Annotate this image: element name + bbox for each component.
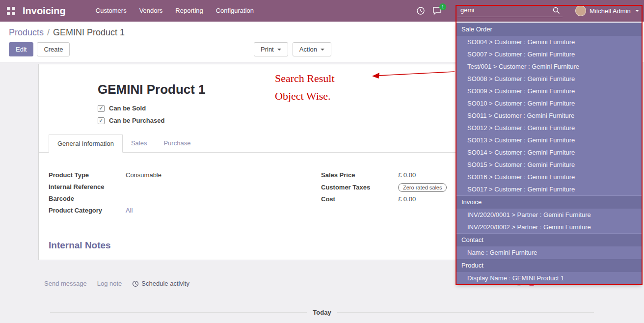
schedule-activity-label: Schedule activity: [141, 280, 189, 287]
search-result-item[interactable]: SO008 > Customer : Gemini Furniture: [456, 73, 642, 85]
create-button[interactable]: Create: [37, 42, 70, 56]
action-button-label: Action: [299, 46, 317, 53]
avatar: [575, 5, 586, 16]
search-result-item[interactable]: Display Name : GEMINI Product 1: [456, 272, 642, 284]
today-divider: Today: [44, 309, 600, 316]
group-product: Product Display Name : GEMINI Product 1: [456, 259, 642, 284]
divider-line: [337, 312, 594, 313]
divider-line: [50, 312, 307, 313]
field-label: Cost: [321, 195, 398, 203]
field-value: £ 0.00: [398, 195, 416, 203]
search-result-item[interactable]: INV/2020/0002 > Partner : Gemini Furnitu…: [456, 221, 642, 233]
search-result-item[interactable]: SO013 > Customer : Gemini Furniture: [456, 134, 642, 146]
send-message-button[interactable]: Send message: [44, 280, 87, 287]
group-sale-order: Sale Order SO004 > Customer : Gemini Fur…: [456, 23, 642, 195]
search-result-item[interactable]: INV/2020/0001 > Partner : Gemini Furnitu…: [456, 209, 642, 221]
schedule-activity-button[interactable]: Schedule activity: [132, 280, 189, 287]
search-result-item[interactable]: SO010 > Customer : Gemini Furniture: [456, 97, 642, 109]
breadcrumb-current: GEMINI Product 1: [53, 27, 125, 37]
group-invoice: Invoice INV/2020/0001 > Partner : Gemini…: [456, 195, 642, 233]
activities-button[interactable]: [413, 0, 428, 22]
main-menu: Customers Vendors Reporting Configuratio…: [89, 0, 260, 22]
field-label: Product Type: [49, 171, 126, 179]
field-product-type: Product Type Consumable: [49, 171, 272, 180]
menu-reporting[interactable]: Reporting: [169, 0, 209, 22]
page: Invoicing Customers Vendors Reporting Co…: [0, 0, 644, 323]
search-input[interactable]: [457, 3, 563, 17]
navbar-search: [457, 3, 563, 18]
chatter: Send message Log note Schedule activity …: [38, 280, 606, 316]
field-label: Sales Price: [321, 171, 398, 179]
caret-down-icon: [321, 49, 324, 51]
print-button-label: Print: [261, 46, 274, 53]
can-be-sold-checkbox[interactable]: [98, 105, 105, 112]
product-category-link[interactable]: All: [126, 207, 133, 214]
clock-icon: [132, 280, 139, 287]
field-value: £ 0.00: [398, 171, 416, 179]
field-sales-price: Sales Price £ 0.00: [321, 171, 447, 180]
breadcrumb-products-link[interactable]: Products: [9, 27, 44, 37]
annotation-text-line2: Object Wise.: [275, 90, 331, 103]
caret-down-icon: [635, 10, 639, 12]
user-menu[interactable]: Mitchell Admin: [575, 0, 639, 22]
apps-grid-icon: [7, 7, 15, 15]
search-result-item[interactable]: SO007 > Customer : Gemini Furniture: [456, 48, 642, 60]
search-result-item[interactable]: SO016 > Customer : Gemini Furniture: [456, 171, 642, 183]
contact-results: Name : Gemini Furniture: [456, 246, 642, 259]
apps-menu-button[interactable]: [0, 0, 22, 22]
group-header-invoice: Invoice: [456, 195, 642, 209]
top-navbar: Invoicing Customers Vendors Reporting Co…: [0, 0, 644, 22]
tab-purchase[interactable]: Purchase: [155, 135, 199, 152]
group-contact: Contact Name : Gemini Furniture: [456, 233, 642, 259]
field-label: Barcode: [49, 195, 126, 202]
search-result-item[interactable]: SO011 > Customer : Gemini Furniture: [456, 109, 642, 122]
edit-button[interactable]: Edit: [9, 42, 33, 56]
group-header-sale-order: Sale Order: [456, 23, 642, 36]
annotation-text-line1: Search Result: [275, 72, 335, 85]
menu-configuration[interactable]: Configuration: [210, 0, 260, 22]
search-result-item[interactable]: SO009 > Customer : Gemini Furniture: [456, 85, 642, 97]
log-note-button[interactable]: Log note: [97, 280, 122, 287]
field-value: Consumable: [126, 171, 161, 179]
today-label: Today: [313, 309, 331, 316]
sale-order-results: SO004 > Customer : Gemini FurnitureSO007…: [456, 36, 642, 195]
search-result-item[interactable]: SO004 > Customer : Gemini Furniture: [456, 36, 642, 48]
breadcrumb-separator: /: [47, 27, 50, 37]
search-icon[interactable]: [552, 6, 560, 16]
product-results: Display Name : GEMINI Product 1: [456, 272, 642, 284]
messages-badge: 1: [439, 3, 446, 10]
group-header-product: Product: [456, 259, 642, 272]
field-cost: Cost £ 0.00: [321, 195, 447, 204]
field-customer-taxes: Customer Taxes Zero rated sales: [321, 183, 447, 192]
menu-vendors[interactable]: Vendors: [133, 0, 169, 22]
left-field-column: Product Type Consumable Internal Referen…: [49, 171, 272, 218]
search-result-item[interactable]: SO017 > Customer : Gemini Furniture: [456, 183, 642, 195]
invoice-results: INV/2020/0001 > Partner : Gemini Furnitu…: [456, 209, 642, 233]
user-name: Mitchell Admin: [590, 7, 631, 15]
search-result-item[interactable]: SO014 > Customer : Gemini Furniture: [456, 146, 642, 159]
field-label: Customer Taxes: [321, 184, 398, 191]
group-header-contact: Contact: [456, 233, 642, 246]
menu-customers[interactable]: Customers: [89, 0, 133, 22]
search-results-dropdown: Sale Order SO004 > Customer : Gemini Fur…: [456, 23, 642, 284]
search-result-item[interactable]: SO015 > Customer : Gemini Furniture: [456, 159, 642, 171]
right-field-column: Sales Price £ 0.00 Customer Taxes Zero r…: [321, 171, 447, 218]
field-internal-reference: Internal Reference: [49, 183, 272, 191]
search-result-item[interactable]: Test/001 > Customer : Gemini Furniture: [456, 60, 642, 73]
tab-sales[interactable]: Sales: [123, 135, 156, 152]
caret-down-icon: [277, 49, 281, 51]
can-be-purchased-label: Can be Purchased: [109, 117, 164, 124]
field-label: Product Category: [49, 207, 126, 214]
app-name[interactable]: Invoicing: [23, 5, 66, 17]
print-button[interactable]: Print: [254, 42, 288, 56]
tab-general-information[interactable]: General Information: [49, 135, 123, 153]
can-be-purchased-checkbox[interactable]: [98, 117, 105, 124]
action-button[interactable]: Action: [293, 42, 331, 56]
search-result-item[interactable]: SO012 > Customer : Gemini Furniture: [456, 122, 642, 134]
center-buttons: Print Action: [254, 42, 331, 56]
search-result-item[interactable]: Name : Gemini Furniture: [456, 246, 642, 259]
clock-icon: [416, 6, 425, 15]
messages-button[interactable]: 1: [429, 0, 446, 22]
customer-taxes-tag[interactable]: Zero rated sales: [398, 183, 447, 192]
field-barcode: Barcode: [49, 195, 272, 203]
